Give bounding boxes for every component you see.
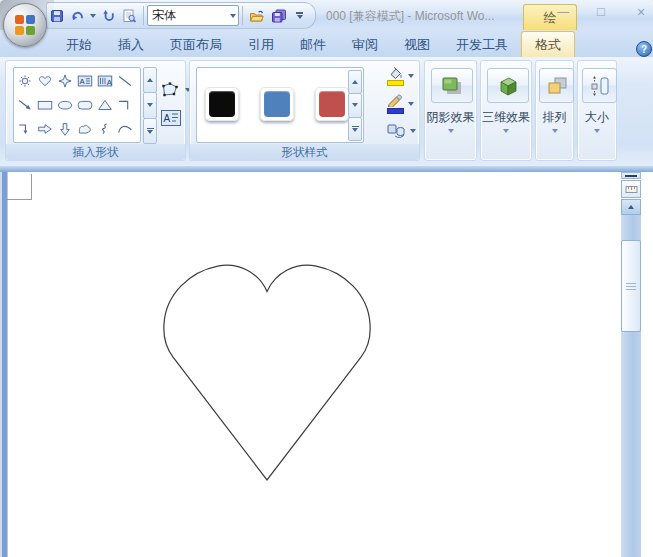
shape-fill-dropdown-arrow[interactable]	[408, 74, 414, 78]
shadow-effect-icon	[439, 74, 465, 98]
redo-icon	[101, 9, 116, 23]
shape-style-red[interactable]	[315, 87, 349, 121]
shape-outline-button[interactable]	[386, 94, 414, 114]
3d-effects-dropdown-arrow[interactable]	[503, 129, 509, 133]
font-dropdown-arrow[interactable]	[230, 14, 236, 18]
tab-review[interactable]: 审阅	[339, 32, 391, 57]
save-button[interactable]	[47, 5, 67, 26]
draw-text-box-button[interactable]: A	[160, 109, 182, 127]
arrange-label: 排列	[536, 109, 573, 126]
insert-shape-vertical-text-box[interactable]: A	[95, 69, 115, 93]
style-scroll-up-button[interactable]	[348, 70, 362, 94]
insert-shape-star[interactable]	[55, 69, 75, 93]
tab-format[interactable]: 格式	[521, 31, 575, 57]
help-button[interactable]: ?	[636, 41, 652, 57]
insert-shape-heart[interactable]	[35, 69, 55, 93]
insert-shape-line[interactable]	[115, 69, 135, 93]
group-label-shape-styles: 形状样式	[190, 144, 419, 160]
save-all-icon	[271, 9, 287, 23]
undo-dropdown-arrow[interactable]	[90, 14, 96, 18]
group-arrange: 排列	[535, 60, 574, 161]
ruler-icon	[625, 184, 638, 195]
style-more-button[interactable]	[348, 117, 362, 141]
split-handle[interactable]	[621, 172, 641, 179]
scribble-icon	[96, 121, 114, 137]
shadow-effects-label: 阴影效果	[425, 109, 476, 126]
change-shape-icon	[386, 122, 406, 140]
size-icon	[588, 74, 612, 98]
tab-insert[interactable]: 插入	[105, 32, 157, 57]
open-button[interactable]	[246, 5, 268, 26]
document-page[interactable]	[0, 172, 653, 557]
shape-style-black[interactable]	[205, 87, 239, 121]
edit-shape-button[interactable]	[159, 81, 191, 99]
window-title: 000 [兼容模式] - Microsoft Wo...	[326, 8, 526, 25]
insert-shape-elbow-connector[interactable]	[115, 93, 135, 117]
insert-shape-text-box[interactable]: A	[75, 69, 95, 93]
customize-quick-access-toolbar-button[interactable]	[296, 12, 303, 19]
insert-shape-down-arrow[interactable]	[55, 117, 75, 141]
save-all-button[interactable]	[268, 5, 290, 26]
shadow-effects-button[interactable]	[431, 68, 473, 103]
shape-fill-button[interactable]	[386, 66, 414, 86]
shape-outline-dropdown-arrow[interactable]	[408, 102, 414, 106]
office-button[interactable]	[3, 3, 47, 47]
edit-points-icon	[159, 81, 181, 99]
close-button[interactable]: ×	[632, 4, 650, 19]
shadow-effects-dropdown-arrow[interactable]	[448, 129, 454, 133]
tab-developer[interactable]: 开发工具	[443, 32, 521, 57]
insert-shape-sun[interactable]	[15, 69, 35, 93]
insert-shape-freeform[interactable]	[75, 117, 95, 141]
insert-shape-arc[interactable]	[115, 117, 135, 141]
text-box-icon: A	[76, 73, 94, 89]
gallery-scroll-up-button[interactable]	[143, 67, 157, 93]
tab-references[interactable]: 引用	[235, 32, 287, 57]
3d-effect-icon	[495, 74, 521, 98]
font-name-value: 宋体	[152, 7, 176, 24]
insert-shape-scribble[interactable]	[95, 117, 115, 141]
arrange-dropdown-arrow[interactable]	[552, 129, 558, 133]
insert-shape-oval[interactable]	[55, 93, 75, 117]
ruler-toggle-button[interactable]	[621, 180, 641, 198]
gallery-more-button[interactable]	[143, 118, 157, 144]
gallery-scroll-down-button[interactable]	[143, 92, 157, 118]
document-left-edge	[0, 172, 8, 557]
tab-home[interactable]: 开始	[53, 32, 105, 57]
heart-shape[interactable]	[158, 261, 376, 482]
minimize-button[interactable]: —	[554, 4, 572, 19]
arrange-button[interactable]	[539, 68, 574, 103]
tab-mailings[interactable]: 邮件	[287, 32, 339, 57]
change-shape-button[interactable]	[386, 122, 416, 140]
toolbar-separator	[242, 6, 243, 25]
insert-shape-elbow-arrow-connector[interactable]	[15, 117, 35, 141]
print-preview-button[interactable]	[119, 5, 140, 26]
down-arrow-icon	[56, 121, 74, 137]
insert-shape-rounded-rectangle[interactable]	[75, 93, 95, 117]
vertical-text-box-icon: A	[96, 73, 114, 89]
shape-gallery: A A	[13, 67, 141, 143]
change-shape-dropdown-arrow[interactable]	[410, 129, 416, 133]
ribbon-tab-row: 开始 插入 页面布局 引用 邮件 审阅 视图 开发工具 格式	[0, 30, 653, 57]
insert-shape-right-arrow[interactable]	[35, 117, 55, 141]
word-window: 000 [兼容模式] - Microsoft Wo... 绘 — □ ×	[0, 0, 653, 557]
elbow-connector-icon	[116, 97, 134, 113]
tab-view[interactable]: 视图	[391, 32, 443, 57]
scroll-up-button[interactable]	[621, 199, 641, 215]
size-dropdown-arrow[interactable]	[594, 129, 600, 133]
arc-icon	[116, 121, 134, 137]
3d-effects-button[interactable]	[487, 68, 529, 103]
scrollbar-thumb[interactable]	[621, 240, 641, 332]
font-name-box[interactable]: 宋体	[147, 5, 239, 26]
redo-button[interactable]	[98, 5, 119, 26]
svg-text:A: A	[164, 113, 171, 124]
tab-page-layout[interactable]: 页面布局	[157, 32, 235, 57]
size-button[interactable]	[582, 68, 617, 103]
insert-shape-triangle[interactable]	[95, 93, 115, 117]
undo-button[interactable]	[67, 5, 88, 26]
style-scroll-down-button[interactable]	[348, 93, 362, 117]
insert-shape-rectangle[interactable]	[35, 93, 55, 117]
shape-style-blue[interactable]	[260, 87, 294, 121]
elbow-arrow-connector-icon	[16, 121, 34, 137]
insert-shape-arrow[interactable]	[15, 93, 35, 117]
maximize-button[interactable]: □	[592, 4, 610, 19]
